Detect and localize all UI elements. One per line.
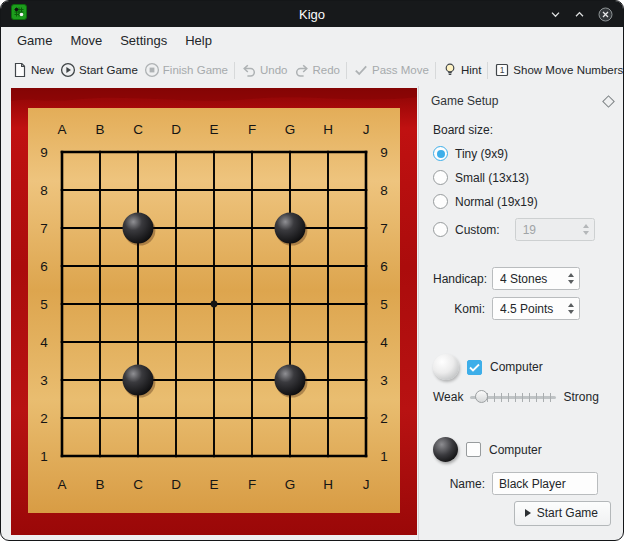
stone-black-G3 xyxy=(275,365,306,396)
start-row: Start Game xyxy=(433,501,613,530)
dock-float-icon[interactable] xyxy=(602,95,615,108)
black-computer-label: Computer xyxy=(489,443,542,457)
white-stone-icon xyxy=(433,354,459,380)
close-button[interactable] xyxy=(598,7,613,22)
checkmark-icon xyxy=(353,62,369,78)
komi-spinbox[interactable]: 4.5 Points xyxy=(492,297,580,320)
svg-text:B: B xyxy=(95,477,104,492)
radio-icon xyxy=(433,222,448,237)
radio-small[interactable]: Small (13x13) xyxy=(433,170,613,185)
play-arrow-icon xyxy=(525,509,531,517)
chevron-down-icon xyxy=(550,9,561,20)
menu-help[interactable]: Help xyxy=(177,30,220,51)
menubar: Game Move Settings Help xyxy=(1,27,623,54)
svg-text:F: F xyxy=(248,477,256,492)
name-row: Name: xyxy=(433,472,613,495)
document-new-icon xyxy=(12,62,28,78)
start-game-button[interactable]: Start Game xyxy=(514,501,611,526)
redo-arrow-icon xyxy=(294,62,310,78)
radio-normal[interactable]: Normal (19x19) xyxy=(433,194,613,209)
toolbar-separator xyxy=(435,62,436,79)
radio-custom[interactable]: Custom: 19 xyxy=(433,218,613,241)
spin-up-icon[interactable] xyxy=(568,273,574,277)
svg-text:8: 8 xyxy=(40,183,48,198)
komi-row: Komi: 4.5 Points xyxy=(433,297,613,320)
hint-button[interactable]: Hint xyxy=(439,58,484,82)
svg-text:7: 7 xyxy=(40,221,48,236)
maximize-button[interactable] xyxy=(574,9,585,20)
show-move-numbers-button[interactable]: 1 Show Move Numbers xyxy=(491,58,624,82)
weak-label: Weak xyxy=(433,390,463,404)
board-area: AABBCCDDEEFFGGHHJJ998877665544332211 xyxy=(1,86,418,540)
window-title: Kigo xyxy=(299,7,325,22)
pass-move-button: Pass Move xyxy=(350,58,432,82)
komi-value: 4.5 Points xyxy=(500,302,563,316)
white-computer-checkbox[interactable] xyxy=(467,360,482,375)
titlebar: Kigo xyxy=(1,1,623,27)
white-computer-label: Computer xyxy=(490,360,543,374)
strength-slider[interactable] xyxy=(470,389,556,405)
window-controls xyxy=(550,7,613,22)
svg-text:D: D xyxy=(171,477,181,492)
radio-normal-label: Normal (19x19) xyxy=(455,195,538,209)
minimize-button[interactable] xyxy=(550,9,561,20)
handicap-spinbox[interactable]: 4 Stones xyxy=(492,267,580,290)
board-size-label: Board size: xyxy=(433,123,613,137)
app-icon xyxy=(11,4,27,24)
svg-text:1: 1 xyxy=(380,449,388,464)
lightbulb-icon xyxy=(442,62,458,78)
toolbar-separator xyxy=(346,62,347,79)
custom-size-value: 19 xyxy=(523,223,578,237)
svg-text:D: D xyxy=(171,122,181,137)
svg-text:B: B xyxy=(95,122,104,137)
svg-text:1: 1 xyxy=(500,65,505,75)
slider-ticks xyxy=(487,393,555,402)
svg-text:A: A xyxy=(57,122,66,137)
svg-text:A: A xyxy=(57,477,66,492)
menu-move[interactable]: Move xyxy=(62,30,110,51)
svg-text:5: 5 xyxy=(380,297,388,312)
toolbar: New Start Game Finish Game Undo Redo Pas… xyxy=(1,54,623,86)
svg-text:3: 3 xyxy=(380,373,388,388)
svg-text:3: 3 xyxy=(40,373,48,388)
spin-down-icon[interactable] xyxy=(568,280,574,284)
undo-arrow-icon xyxy=(241,62,257,78)
strength-slider-row: Weak Strong xyxy=(433,389,613,405)
go-board[interactable]: AABBCCDDEEFFGGHHJJ998877665544332211 xyxy=(11,88,417,535)
menu-settings[interactable]: Settings xyxy=(112,30,175,51)
spin-down-icon[interactable] xyxy=(568,310,574,314)
kigo-window: Kigo Game Move Settings Help New Start G… xyxy=(0,0,624,541)
svg-text:9: 9 xyxy=(380,145,388,160)
svg-text:F: F xyxy=(248,122,256,137)
svg-text:J: J xyxy=(363,477,370,492)
start-game-toolbar-button[interactable]: Start Game xyxy=(57,58,141,82)
menu-game[interactable]: Game xyxy=(9,30,60,51)
custom-size-spinbox: 19 xyxy=(515,218,595,241)
handicap-row: Handicap: 4 Stones xyxy=(433,267,613,290)
svg-text:G: G xyxy=(285,477,296,492)
radio-icon xyxy=(433,146,448,161)
finish-game-button: Finish Game xyxy=(141,58,231,82)
name-label: Name: xyxy=(433,477,485,491)
svg-text:7: 7 xyxy=(380,221,388,236)
handicap-label: Handicap: xyxy=(433,272,485,286)
new-button[interactable]: New xyxy=(9,58,57,82)
radio-tiny[interactable]: Tiny (9x9) xyxy=(433,146,613,161)
black-player-name-input[interactable] xyxy=(492,472,598,495)
panel-header: Game Setup xyxy=(419,86,623,111)
panel-title: Game Setup xyxy=(431,94,498,108)
radio-icon xyxy=(433,170,448,185)
svg-text:5: 5 xyxy=(40,297,48,312)
undo-button: Undo xyxy=(238,58,291,82)
svg-text:9: 9 xyxy=(40,145,48,160)
spin-up-icon xyxy=(583,224,589,228)
svg-text:G: G xyxy=(285,122,296,137)
svg-text:E: E xyxy=(209,122,218,137)
strong-label: Strong xyxy=(563,390,598,404)
spin-up-icon[interactable] xyxy=(568,303,574,307)
black-computer-checkbox[interactable] xyxy=(466,442,481,457)
start-game-label: Start Game xyxy=(537,506,598,520)
close-icon xyxy=(598,7,613,22)
svg-text:H: H xyxy=(323,477,333,492)
content-area: AABBCCDDEEFFGGHHJJ998877665544332211 Gam… xyxy=(1,86,623,540)
